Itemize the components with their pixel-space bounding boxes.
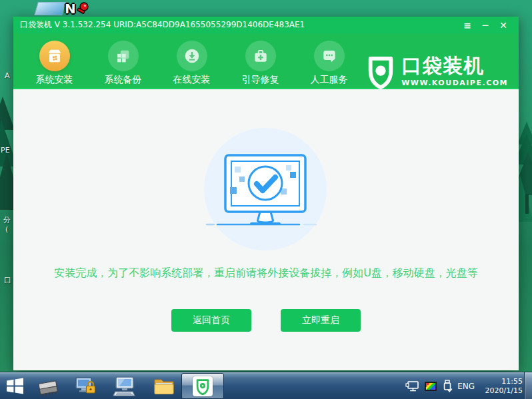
nav-boot-repair[interactable]: 引导修复 [226, 41, 295, 86]
desktop-display-icon[interactable] [34, 2, 66, 15]
system-tray: ENG 11:55 2020/1/15 [405, 372, 523, 399]
show-desktop-button[interactable] [524, 372, 532, 399]
desktop-label-kou[interactable]: 口 [4, 275, 11, 285]
main-navbar: 系统安装 系统备份 [13, 33, 519, 89]
folder-icon[interactable] [153, 377, 175, 395]
install-box-icon [39, 41, 70, 71]
nav-label: 人工服务 [311, 74, 348, 86]
boot-repair-toolbox-icon [245, 41, 276, 71]
completion-message: 安装完成，为了不影响系统部署，重启前请将外接设备拔掉，例如U盘，移动硬盘，光盘等 [13, 266, 519, 280]
nav-system-backup[interactable]: 系统备份 [89, 41, 157, 86]
shield-dot-icon [365, 55, 396, 90]
desktop-nkey-icon[interactable]: N [65, 1, 91, 17]
nav-label: 在线安装 [173, 74, 211, 86]
koudai-installer-window: 口袋装机 V 3.1.532.254 URID:A5C84DD9A1655055… [13, 17, 519, 370]
color-display-icon[interactable] [425, 382, 437, 391]
taskbar-clock[interactable]: 11:55 2020/1/15 [480, 377, 523, 396]
window-title: 口袋装机 V 3.1.532.254 URID:A5C84DD9A1655055… [13, 19, 305, 31]
restart-now-button[interactable]: 立即重启 [281, 309, 361, 332]
nav-label: 系统备份 [105, 74, 142, 86]
clock-time: 11:55 [480, 377, 523, 386]
nav-items: 系统安装 系统备份 [20, 41, 363, 86]
main-content: 安装完成，为了不影响系统部署，重启前请将外接设备拔掉，例如U盘，移动硬盘，光盘等… [13, 89, 519, 370]
monitor-checkmark-illustration [199, 123, 332, 256]
desktop-label-a[interactable]: A [5, 71, 10, 80]
close-icon[interactable]: ✕ [497, 19, 509, 31]
logo-site: WWW.KOUDAIPE.COM [401, 79, 508, 87]
desktop-label-paren[interactable]: ( [5, 225, 8, 234]
koudai-shield-icon [193, 376, 213, 396]
support-chat-icon [314, 41, 345, 71]
logo-brand: 口袋装机 [401, 55, 508, 77]
menu-icon[interactable]: ≡ [461, 19, 473, 31]
usb-drive-icon[interactable] [441, 379, 453, 394]
desktop-label-fen[interactable]: 分 [3, 215, 11, 225]
nav-system-install[interactable]: 系统安装 [20, 41, 89, 86]
red-key-icon [75, 1, 91, 17]
window-titlebar[interactable]: 口袋装机 V 3.1.532.254 URID:A5C84DD9A1655055… [13, 17, 519, 33]
button-row: 返回首页 立即重启 [13, 309, 519, 332]
monitor-keyboard-icon[interactable] [113, 376, 137, 397]
language-indicator[interactable]: ENG [457, 382, 475, 391]
koudai-taskbar-button[interactable] [181, 373, 224, 399]
clock-date: 2020/1/15 [480, 386, 523, 396]
network-display-icon[interactable] [405, 380, 420, 393]
nav-label: 引导修复 [242, 74, 279, 86]
desktop-label-pe[interactable]: PE [1, 146, 10, 155]
backup-windows-icon [108, 41, 139, 71]
online-download-icon [177, 41, 207, 71]
return-home-button[interactable]: 返回首页 [171, 309, 251, 332]
nav-label: 系统安装 [36, 74, 73, 86]
memory-chip-icon[interactable] [36, 378, 60, 396]
minimize-icon[interactable]: ─ [479, 19, 491, 31]
nav-online-install[interactable]: 在线安装 [157, 41, 226, 86]
window-controls: ≡ ─ ✕ [461, 19, 519, 31]
logo-text: 口袋装机 WWW.KOUDAIPE.COM [401, 55, 508, 87]
taskbar: ENG 11:55 2020/1/15 [0, 372, 532, 399]
brand-logo: 口袋装机 WWW.KOUDAIPE.COM [365, 55, 508, 90]
nav-human-service[interactable]: 人工服务 [295, 41, 363, 86]
windows-start-icon[interactable] [6, 377, 24, 395]
monitor-lock-icon[interactable] [75, 376, 97, 396]
